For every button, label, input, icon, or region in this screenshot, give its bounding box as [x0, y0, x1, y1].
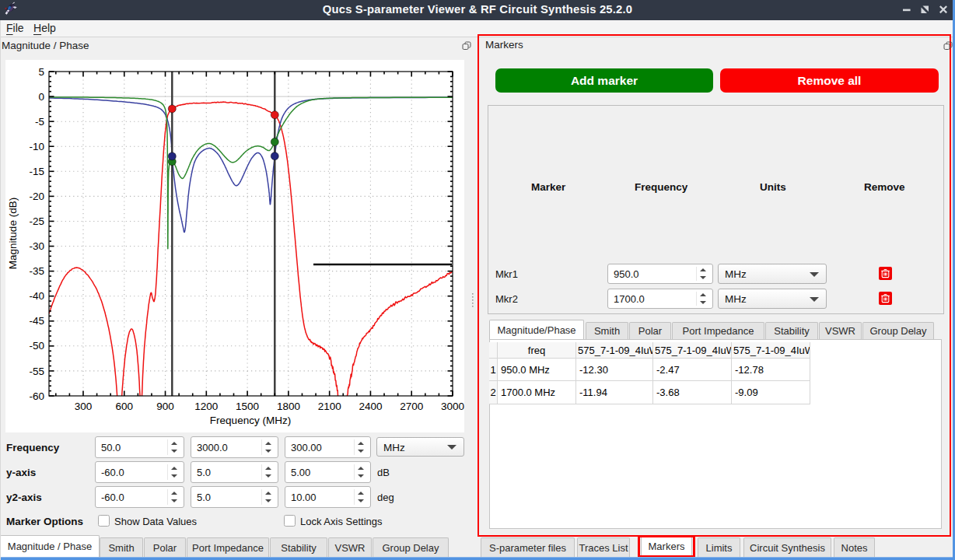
svg-text:600: 600	[116, 401, 134, 412]
svg-text:-50: -50	[29, 340, 44, 352]
svg-text:3000: 3000	[441, 401, 464, 412]
svg-text:1200: 1200	[194, 401, 218, 412]
svg-text:-10: -10	[29, 141, 44, 152]
svg-text:2100: 2100	[318, 401, 341, 412]
svg-text:-20: -20	[29, 191, 44, 202]
svg-text:Frequency (MHz): Frequency (MHz)	[210, 415, 291, 426]
svg-text:1800: 1800	[277, 401, 300, 412]
svg-text:-60: -60	[29, 390, 44, 402]
svg-text:-15: -15	[29, 166, 44, 177]
svg-text:300: 300	[75, 401, 93, 412]
svg-text:5: 5	[38, 66, 44, 78]
svg-text:1500: 1500	[236, 401, 259, 412]
svg-text:Magnitude (dB): Magnitude (dB)	[7, 198, 19, 269]
svg-text:-55: -55	[29, 366, 44, 377]
svg-text:0: 0	[38, 91, 44, 103]
svg-text:-45: -45	[29, 315, 44, 327]
svg-text:2400: 2400	[359, 401, 382, 412]
svg-text:-5: -5	[35, 116, 44, 128]
svg-text:-30: -30	[29, 240, 44, 252]
svg-text:-40: -40	[29, 290, 44, 302]
svg-text:-35: -35	[29, 265, 44, 277]
svg-text:2700: 2700	[400, 401, 423, 412]
svg-text:-25: -25	[29, 215, 44, 227]
svg-text:900: 900	[156, 401, 174, 412]
